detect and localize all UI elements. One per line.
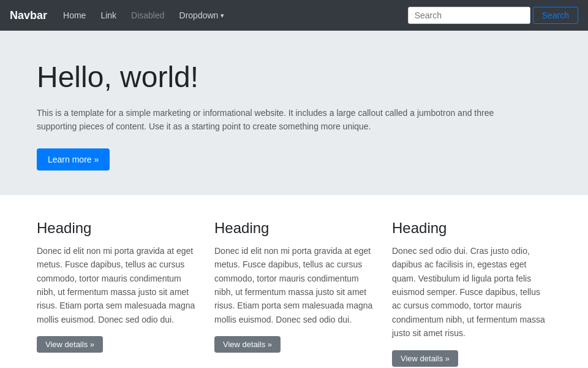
search-input[interactable] [408, 7, 530, 24]
nav-link-link[interactable]: Link [94, 7, 123, 24]
jumbotron: Hello, world! This is a template for a s… [0, 31, 588, 195]
nav-links: Home Link Disabled Dropdown [57, 7, 408, 24]
col-2-heading: Heading [214, 220, 374, 237]
navbar-search: Search [408, 7, 578, 24]
nav-link-home[interactable]: Home [57, 7, 92, 24]
col-1-heading: Heading [37, 220, 196, 237]
navbar: Navbar Home Link Disabled Dropdown Searc… [0, 0, 588, 31]
jumbotron-description: This is a template for a simple marketin… [37, 106, 502, 134]
jumbotron-heading: Hello, world! [37, 60, 551, 94]
content-col-3: Heading Donec sed odio dui. Cras justo o… [392, 220, 551, 367]
col-1-body: Donec id elit non mi porta gravida at eg… [37, 244, 196, 326]
content-grid: Heading Donec id elit non mi porta gravi… [37, 220, 551, 367]
col-3-body: Donec sed odio dui. Cras justo odio, dap… [392, 244, 551, 340]
learn-more-button[interactable]: Learn more » [37, 148, 110, 171]
navbar-brand[interactable]: Navbar [10, 9, 47, 22]
nav-dropdown[interactable]: Dropdown [173, 7, 231, 24]
nav-link-disabled: Disabled [125, 7, 170, 24]
col-2-view-details-button[interactable]: View details » [214, 336, 281, 353]
col-3-heading: Heading [392, 220, 551, 237]
content-col-1: Heading Donec id elit non mi porta gravi… [37, 220, 196, 367]
col-1-view-details-button[interactable]: View details » [37, 336, 103, 353]
search-button[interactable]: Search [533, 7, 578, 24]
col-3-view-details-button[interactable]: View details » [392, 350, 458, 367]
content-section: Heading Donec id elit non mi porta gravi… [0, 195, 588, 368]
content-col-2: Heading Donec id elit non mi porta gravi… [214, 220, 374, 367]
col-2-body: Donec id elit non mi porta gravida at eg… [214, 244, 374, 326]
